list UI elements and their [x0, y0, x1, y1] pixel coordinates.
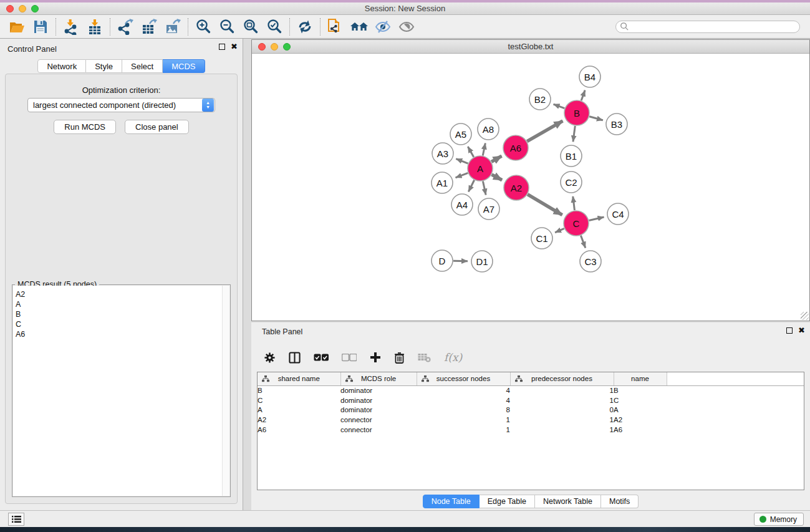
- tab-network[interactable]: Network: [37, 59, 86, 73]
- open-session-button[interactable]: [5, 17, 29, 37]
- search-input[interactable]: [629, 22, 799, 32]
- table-row[interactable]: Cdominator41C: [258, 395, 804, 405]
- graph-edge-C-C2[interactable]: [573, 196, 575, 210]
- graph-edge-C-C4[interactable]: [589, 217, 604, 220]
- table-cell[interactable]: [667, 415, 804, 425]
- close-window-button[interactable]: [6, 5, 14, 12]
- table-row[interactable]: Bdominator41B: [258, 385, 804, 395]
- column-header-mcds-role[interactable]: MCDS role: [340, 372, 417, 385]
- table-cell[interactable]: dominator: [340, 405, 417, 415]
- close-panel-button[interactable]: Close panel: [125, 120, 189, 134]
- result-item[interactable]: C: [16, 319, 219, 329]
- table-cell[interactable]: 8: [417, 405, 510, 415]
- table-cell[interactable]: [667, 385, 804, 395]
- table-cell[interactable]: dominator: [340, 395, 417, 405]
- table-cell[interactable]: connector: [340, 425, 417, 435]
- column-header-name[interactable]: name: [614, 372, 667, 385]
- table-cell[interactable]: 1: [510, 425, 614, 435]
- import-network-button[interactable]: [59, 17, 83, 37]
- export-table-button[interactable]: [137, 17, 161, 37]
- network-minimize-button[interactable]: [271, 43, 278, 51]
- export-network-button[interactable]: [113, 17, 137, 37]
- table-cell[interactable]: [667, 405, 804, 415]
- graph-edge-A-A3[interactable]: [456, 159, 468, 164]
- table-cell[interactable]: A: [614, 405, 667, 415]
- table-cell[interactable]: 4: [417, 395, 510, 405]
- table-settings-button[interactable]: [264, 352, 276, 364]
- table-cell[interactable]: C: [258, 395, 340, 405]
- show-tasks-button[interactable]: [8, 513, 24, 526]
- network-close-button[interactable]: [258, 43, 266, 51]
- window-resize-grip[interactable]: [801, 312, 809, 320]
- graph-edge-A6-B[interactable]: [527, 121, 562, 142]
- graph-edge-B-B2[interactable]: [554, 104, 565, 109]
- export-image-button[interactable]: [161, 17, 185, 37]
- run-mcds-button[interactable]: Run MCDS: [54, 120, 116, 134]
- delete-column-button[interactable]: [394, 352, 405, 364]
- save-session-button[interactable]: [29, 17, 52, 37]
- table-cell[interactable]: dominator: [340, 385, 417, 395]
- tab-motifs[interactable]: Motifs: [601, 495, 639, 508]
- refresh-button[interactable]: [293, 17, 317, 37]
- select-all-columns-button[interactable]: [314, 354, 329, 362]
- graph-edge-A-A1[interactable]: [456, 173, 468, 177]
- table-cell[interactable]: 1: [417, 415, 510, 425]
- table-row[interactable]: Adominator80A: [258, 405, 804, 415]
- minimize-window-button[interactable]: [19, 5, 26, 12]
- graph-edge-A-A6[interactable]: [491, 156, 501, 162]
- hide-selected-button[interactable]: [371, 17, 395, 37]
- tab-mcds[interactable]: MCDS: [163, 59, 205, 73]
- import-table-button[interactable]: [83, 17, 107, 37]
- table-cell[interactable]: [667, 395, 804, 405]
- delete-table-button[interactable]: [418, 353, 431, 362]
- new-network-from-selection-button[interactable]: [324, 17, 347, 37]
- search-field[interactable]: [615, 21, 800, 33]
- float-table-panel-icon[interactable]: [786, 327, 793, 334]
- result-item[interactable]: A6: [16, 329, 219, 339]
- network-window-titlebar[interactable]: testGlobe.txt: [252, 40, 809, 54]
- close-table-panel-icon[interactable]: ✖: [798, 327, 805, 334]
- table-cell[interactable]: 1: [510, 415, 614, 425]
- zoom-window-button[interactable]: [31, 5, 39, 12]
- table-cell[interactable]: B: [614, 385, 667, 395]
- graph-edge-A-A2[interactable]: [492, 175, 503, 180]
- column-header-shared-name[interactable]: shared name: [258, 372, 340, 385]
- table-cell[interactable]: A2: [614, 415, 667, 425]
- result-item[interactable]: B: [16, 309, 219, 319]
- table-row[interactable]: A6connector11A6: [258, 425, 804, 435]
- network-zoom-button[interactable]: [283, 43, 291, 51]
- tab-node-table[interactable]: Node Table: [423, 495, 480, 508]
- graph-edge-A2-C[interactable]: [528, 195, 562, 215]
- network-canvas[interactable]: AA1A2A3A4A5A6A7A8BB1B2B3B4CC1C2C3C4DD1: [252, 54, 809, 321]
- table-cell[interactable]: A6: [614, 425, 667, 435]
- mcds-result-list[interactable]: A2ABCA6: [13, 286, 222, 496]
- graph-edge-B-B3[interactable]: [589, 117, 603, 120]
- float-panel-icon[interactable]: [219, 44, 225, 50]
- first-neighbors-button[interactable]: [347, 17, 371, 37]
- table-cell[interactable]: B: [258, 385, 340, 395]
- graph-edge-C-C1[interactable]: [555, 228, 564, 232]
- table-cell[interactable]: 1: [510, 395, 614, 405]
- tab-select[interactable]: Select: [122, 59, 163, 73]
- table-row[interactable]: A2connector11A2: [258, 415, 804, 425]
- create-column-button[interactable]: [370, 352, 381, 363]
- close-panel-icon[interactable]: ✖: [231, 44, 238, 50]
- show-all-button[interactable]: [395, 17, 418, 37]
- memory-button[interactable]: Memory: [754, 513, 804, 526]
- function-builder-button[interactable]: f(x): [444, 351, 462, 364]
- result-item[interactable]: A: [16, 299, 219, 309]
- graph-edge-A-A5[interactable]: [468, 147, 473, 157]
- table-cell[interactable]: C: [614, 395, 667, 405]
- column-header-successor-nodes[interactable]: successor nodes: [417, 372, 510, 385]
- zoom-in-button[interactable]: [191, 17, 215, 37]
- graph-edge-A-A7[interactable]: [483, 181, 486, 195]
- result-item[interactable]: A2: [16, 289, 219, 299]
- graph-edge-B-B4[interactable]: [581, 90, 585, 101]
- table-cell[interactable]: 1: [417, 425, 510, 435]
- graph-edge-B-B1[interactable]: [573, 126, 575, 142]
- tab-network-table[interactable]: Network Table: [535, 495, 601, 508]
- graph-edge-A-A8[interactable]: [483, 143, 485, 156]
- result-list-scrollbar[interactable]: [222, 286, 229, 496]
- zoom-out-button[interactable]: [215, 17, 239, 37]
- table-cell[interactable]: A2: [258, 415, 340, 425]
